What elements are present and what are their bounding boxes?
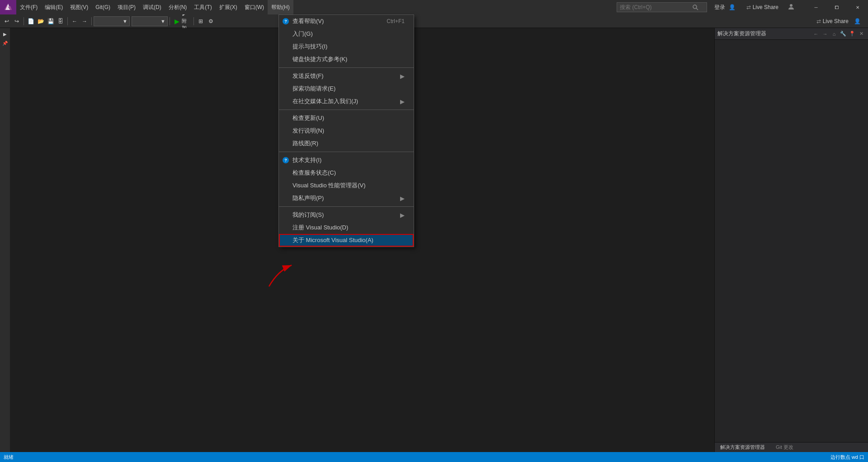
user-toolbar-icon: 👤 — [854, 18, 861, 24]
menu-item-roadmap[interactable]: 路线图(R) — [279, 137, 414, 150]
toolbar-sep2 — [67, 17, 68, 25]
liveshare-button[interactable]: ⇄ Live Share — [743, 4, 782, 10]
se-close-btn[interactable]: ✕ — [857, 30, 865, 38]
menu-item-check-updates[interactable]: 检查更新(U) — [279, 112, 414, 124]
panel-bottom-tabs: 解决方案资源管理器 Git 更改 — [715, 442, 868, 452]
toolbar-back[interactable]: ← — [70, 16, 80, 26]
title-bar: 文件(F) 编辑(E) 视图(V) Git(G) 项目(P) 调试(D) 分析(… — [0, 0, 868, 14]
toolbar-extra[interactable]: ⊞ — [196, 16, 206, 26]
toolbar-platform-dropdown[interactable]: ▼ — [132, 16, 168, 26]
solution-explorer-title: 解决方案资源管理器 — [717, 30, 766, 38]
arrow-social-icon: ▶ — [400, 98, 405, 105]
menu-git[interactable]: Git(G) — [92, 0, 114, 14]
menu-project[interactable]: 项目(P) — [114, 0, 139, 14]
search-input[interactable] — [620, 4, 692, 10]
status-right-info: 边行数点 wd 口 — [830, 454, 864, 461]
menu-item-check-service[interactable]: 检查服务状态(C) — [279, 167, 414, 179]
svg-line-1 — [696, 8, 698, 10]
toolbar-liveshare[interactable]: ⇄ Live Share — [816, 18, 849, 24]
menu-view[interactable]: 视图(V) — [66, 0, 92, 14]
minimize-button[interactable]: ─ — [806, 0, 826, 14]
toolbar-new[interactable]: 📄 — [26, 16, 36, 26]
menu-sep4 — [279, 206, 414, 207]
menu-sep1 — [279, 67, 414, 68]
menu-item-join-social[interactable]: 在社交媒体上加入我们(J) ▶ — [279, 95, 414, 108]
menu-item-register-vs[interactable]: 注册 Visual Studio(D) — [279, 221, 414, 234]
toolbar-forward[interactable]: → — [80, 16, 90, 26]
solution-explorer-content — [715, 40, 868, 442]
menu-analyze[interactable]: 分析(N) — [165, 0, 191, 14]
privacy-arrow-icon: ▶ — [400, 195, 405, 202]
menu-window[interactable]: 窗口(W) — [241, 0, 268, 14]
menu-item-send-feedback[interactable]: 发送反馈(F) ▶ — [279, 70, 414, 82]
toolbar-settings[interactable]: ⚙ — [206, 16, 216, 26]
toolbar-config-dropdown[interactable]: ▼ — [94, 16, 130, 26]
close-button[interactable]: ✕ — [847, 0, 868, 14]
signin-button[interactable]: 登录 👤 — [711, 3, 739, 12]
search-wrapper[interactable] — [617, 2, 707, 12]
menu-item-about-vs[interactable]: 关于 Microsoft Visual Studio(A) — [279, 234, 414, 247]
profile-icon[interactable] — [786, 3, 797, 12]
status-right: 边行数点 wd 口 — [830, 454, 864, 461]
menu-sep3 — [279, 152, 414, 152]
toolbar-open[interactable]: 📂 — [36, 16, 46, 26]
se-forward-btn[interactable]: → — [821, 30, 829, 38]
menu-bar: 文件(F) 编辑(E) 视图(V) Git(G) 项目(P) 调试(D) 分析(… — [16, 0, 617, 14]
menu-edit[interactable]: 编辑(E) — [41, 0, 66, 14]
menu-item-release-notes[interactable]: 发行说明(N) — [279, 124, 414, 137]
toolbar-save[interactable]: 💾 — [46, 16, 56, 26]
se-settings-btn[interactable]: 🔧 — [839, 30, 847, 38]
se-pin-btn[interactable]: 📍 — [848, 30, 856, 38]
vs-logo — [0, 0, 16, 14]
menu-item-tips-tricks[interactable]: 提示与技巧(I) — [279, 40, 414, 53]
se-back-btn[interactable]: ← — [812, 30, 820, 38]
liveshare-icon: ⇄ — [746, 4, 751, 10]
toolbar-save-all[interactable]: 🗄 — [56, 16, 66, 26]
tab-solution-explorer[interactable]: 解决方案资源管理器 — [715, 443, 770, 452]
tech-support-icon: ? — [283, 157, 289, 163]
user-icon: 👤 — [729, 4, 736, 10]
menu-item-explore-features[interactable]: 探索功能请求(E) — [279, 82, 414, 95]
restore-button[interactable]: ⧠ — [826, 0, 847, 14]
toolbar-attach[interactable]: ▶ 附加… — [182, 16, 192, 26]
menu-item-get-started[interactable]: 入门(G) — [279, 28, 414, 40]
menu-help[interactable]: 帮助(H) — [268, 0, 293, 14]
arrow-icon: ▶ — [400, 73, 405, 80]
menu-debug[interactable]: 调试(D) — [139, 0, 165, 14]
help-dropdown-menu: ? 查看帮助(V) Ctrl+F1 入门(G) 提示与技巧(I) 键盘快捷方式参… — [278, 14, 414, 247]
tab-git-changes[interactable]: Git 更改 — [770, 443, 799, 452]
menu-extensions[interactable]: 扩展(X) — [216, 0, 241, 14]
toolbar: ↩ ↪ 📄 📂 💾 🗄 ← → ▼ ▼ ▶ ▶ 附加… ⊞ ⚙ ⇄ Live S… — [0, 14, 868, 28]
toolbar-right: ⇄ Live Share 👤 — [816, 18, 866, 24]
menu-item-my-subscription[interactable]: 我的订阅(S) ▶ — [279, 209, 414, 221]
top-right-area: 登录 👤 ⇄ Live Share — [617, 2, 797, 12]
left-sidebar: ▶ 📌 — [0, 28, 10, 452]
se-home-btn[interactable]: ⌂ — [830, 30, 838, 38]
toolbar-undo[interactable]: ↩ — [2, 16, 12, 26]
toolbar-sep3 — [91, 17, 92, 25]
search-box — [617, 2, 707, 12]
svg-point-0 — [693, 5, 697, 9]
menu-item-tech-support[interactable]: ? 技术支持(I) — [279, 154, 414, 167]
toolbar-redo[interactable]: ↪ — [12, 16, 22, 26]
subscription-arrow-icon: ▶ — [400, 212, 405, 219]
toolbar-sep4 — [170, 17, 170, 25]
toolbar-run[interactable]: ▶ — [172, 16, 182, 26]
menu-item-keyboard-ref[interactable]: 键盘快捷方式参考(K) — [279, 53, 414, 66]
solution-explorer-toolbar: ← → ⌂ 🔧 📍 ✕ — [812, 30, 865, 38]
main-area: ▶ 📌 解决方案资源管理器 ← → ⌂ 🔧 📍 ✕ 解决方案资源管理器 Git … — [0, 28, 868, 452]
toolbar-sep5 — [193, 17, 194, 25]
window-controls: ─ ⧠ ✕ — [806, 0, 868, 14]
toolbar-sep1 — [24, 17, 24, 25]
help-icon: ? — [283, 18, 289, 24]
toolbar-signin[interactable]: 👤 — [854, 18, 861, 24]
menu-file[interactable]: 文件(F) — [16, 0, 41, 14]
menu-item-view-help[interactable]: ? 查看帮助(V) Ctrl+F1 — [279, 15, 414, 28]
solution-explorer-header: 解决方案资源管理器 ← → ⌂ 🔧 📍 ✕ — [715, 28, 868, 40]
menu-tools[interactable]: 工具(T) — [190, 0, 215, 14]
menu-sep2 — [279, 110, 414, 110]
menu-item-privacy[interactable]: 隐私声明(P) ▶ — [279, 192, 414, 205]
sidebar-arrow-icon[interactable]: ▶ — [1, 30, 9, 38]
menu-item-vs-perf-mgr[interactable]: Visual Studio 性能管理器(V) — [279, 179, 414, 192]
sidebar-pin-icon[interactable]: 📌 — [1, 39, 9, 47]
